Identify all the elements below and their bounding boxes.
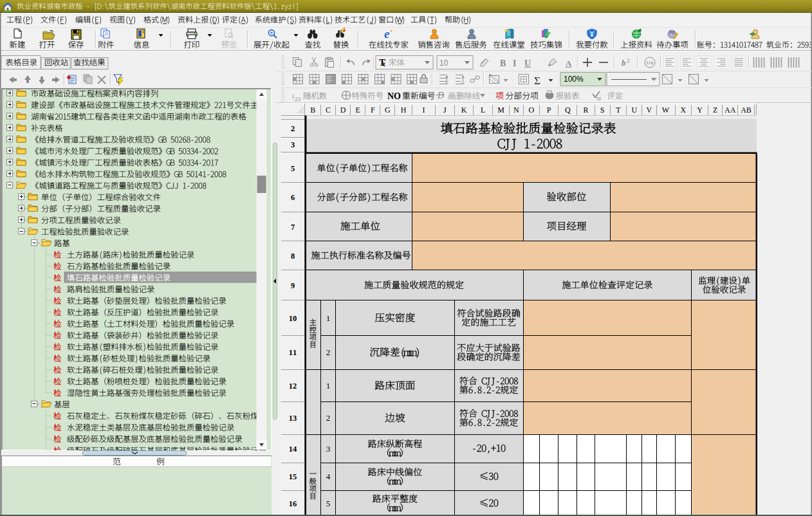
svg-text:DVD: DVD bbox=[669, 31, 676, 34]
svg-text:1: 1 bbox=[326, 381, 331, 391]
svg-text:5: 5 bbox=[326, 499, 331, 508]
svg-text:O: O bbox=[528, 106, 534, 115]
svg-text:10: 10 bbox=[289, 314, 297, 323]
svg-text:B: B bbox=[310, 106, 315, 115]
svg-text:W: W bbox=[662, 106, 670, 115]
svg-text:2: 2 bbox=[326, 413, 331, 423]
svg-text:15: 15 bbox=[289, 472, 297, 481]
svg-text:e: e bbox=[384, 27, 390, 41]
svg-text:K: K bbox=[461, 106, 467, 115]
svg-text:AA: AA bbox=[724, 106, 736, 115]
svg-text:A: A bbox=[566, 59, 572, 68]
svg-text:S: S bbox=[600, 106, 605, 115]
svg-text:16: 16 bbox=[289, 499, 297, 508]
svg-text:4: 4 bbox=[326, 472, 331, 481]
svg-text:V: V bbox=[647, 106, 652, 115]
svg-text:2: 2 bbox=[627, 57, 630, 64]
svg-text:100%: 100% bbox=[564, 75, 584, 84]
svg-text:I: I bbox=[422, 106, 425, 115]
svg-text:5: 5 bbox=[291, 164, 295, 173]
svg-text:D: D bbox=[437, 91, 444, 100]
svg-text:AB: AB bbox=[741, 106, 752, 115]
svg-text:M: M bbox=[497, 106, 504, 115]
svg-text:R: R bbox=[583, 106, 588, 115]
svg-text:NO: NO bbox=[387, 91, 401, 101]
svg-text:10: 10 bbox=[439, 59, 448, 68]
svg-text:U: U bbox=[631, 106, 637, 115]
svg-text:1: 1 bbox=[291, 93, 295, 100]
svg-text:t: t bbox=[383, 60, 385, 68]
svg-text:8: 8 bbox=[291, 252, 295, 261]
svg-text:J: J bbox=[443, 106, 447, 115]
svg-text:1: 1 bbox=[326, 313, 331, 323]
svg-text:U: U bbox=[524, 59, 531, 68]
svg-text:23: 23 bbox=[295, 96, 301, 102]
svg-text:9: 9 bbox=[291, 281, 295, 290]
svg-text:L: L bbox=[481, 106, 485, 115]
svg-text:11: 11 bbox=[289, 348, 297, 357]
svg-text:Y: Y bbox=[697, 106, 703, 115]
svg-text:2: 2 bbox=[291, 124, 295, 133]
svg-text:Σ: Σ bbox=[534, 75, 540, 87]
svg-text:G: G bbox=[385, 106, 391, 115]
svg-text:Q: Q bbox=[565, 106, 571, 115]
svg-text:Z: Z bbox=[713, 106, 717, 115]
svg-text:3: 3 bbox=[326, 444, 331, 454]
svg-text:2: 2 bbox=[326, 347, 331, 357]
svg-text:B: B bbox=[500, 59, 506, 68]
svg-text:13: 13 bbox=[289, 414, 297, 423]
svg-text:N: N bbox=[513, 106, 519, 115]
svg-text:H: H bbox=[401, 106, 407, 115]
svg-text:D: D bbox=[340, 106, 346, 115]
svg-text:12: 12 bbox=[289, 382, 297, 391]
svg-text:P: P bbox=[547, 106, 551, 115]
svg-text:b: b bbox=[622, 58, 626, 68]
svg-text:E: E bbox=[356, 106, 360, 115]
svg-text:X: X bbox=[681, 106, 687, 115]
svg-text:3: 3 bbox=[291, 140, 295, 149]
svg-text:C: C bbox=[326, 106, 331, 115]
svg-text:T: T bbox=[616, 106, 621, 115]
svg-text:7: 7 bbox=[291, 223, 295, 232]
svg-text:14: 14 bbox=[289, 445, 297, 454]
svg-text:6: 6 bbox=[291, 193, 295, 202]
svg-text:F: F bbox=[371, 106, 375, 115]
svg-text:1/a: 1/a bbox=[646, 60, 654, 66]
